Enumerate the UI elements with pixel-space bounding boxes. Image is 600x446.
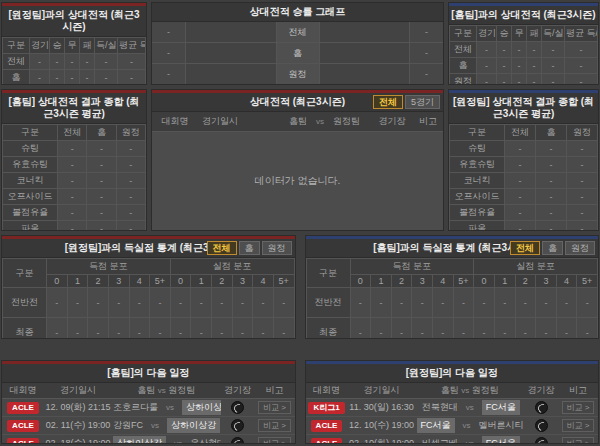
header-row: 대회명 경기일시 홈팀 vs 원정팀 경기장 비고	[2, 383, 295, 399]
stat-cell: -	[191, 318, 212, 340]
table-row: 코너킥---	[3, 173, 146, 189]
h2h-table: 구분 경기 승 무 패 득/실 평균 득/실 전체 - - - - - -	[2, 37, 146, 85]
vs-label: vs	[458, 403, 482, 412]
table-row: 코너킥---	[450, 173, 598, 189]
filter-all-button[interactable]: 전체	[510, 241, 540, 255]
note-cell: 비교 >	[255, 399, 295, 417]
stat-cell: -	[58, 221, 87, 232]
stat-cell: -	[116, 205, 145, 221]
stadium-icon[interactable]	[231, 437, 244, 444]
venue-cell	[221, 417, 255, 435]
stat-cell: -	[512, 58, 527, 74]
filter-away-button[interactable]: 원정	[262, 241, 292, 255]
column-header: 패	[80, 38, 95, 54]
stadium-icon[interactable]	[535, 437, 548, 444]
stat-cell: -	[536, 173, 567, 189]
home-team-name: 조호르다룰	[113, 401, 158, 414]
filter-all-button[interactable]: 전체	[373, 95, 403, 109]
group-header-row: 구분 득점 분포 실점 분포	[3, 259, 295, 275]
filter-home-button[interactable]: 홈	[542, 241, 563, 255]
filter-away-button[interactable]: 원정	[565, 241, 595, 255]
stat-cell: -	[50, 54, 65, 70]
table-row: 슈팅---	[450, 141, 598, 157]
stadium-icon[interactable]	[535, 419, 548, 432]
table-row: 홈 - - - - - -	[450, 58, 598, 74]
stat-cell: -	[391, 318, 412, 340]
filter-all-button[interactable]: 전체	[207, 241, 237, 255]
fixtures-table: 대회명 경기일시 홈팀 vs 원정팀 경기장 비고 ACLE 12. 09(화)…	[2, 383, 295, 444]
group-header-conceded: 실점 분포	[474, 259, 598, 275]
stat-cell: -	[433, 288, 454, 318]
row-label: 전체	[3, 54, 30, 70]
list-header-row: 대회명 경기일시 홈팀 vs 원정팀 경기장 비고	[152, 112, 443, 132]
graph-row: - 전체 -	[152, 22, 443, 43]
column-header: 경기장	[221, 383, 255, 399]
stat-cell: -	[67, 318, 88, 340]
filter-home-button[interactable]: 홈	[239, 241, 260, 255]
column-header: 홈	[87, 125, 116, 141]
highlighted-team: FC서울	[417, 418, 455, 433]
bin-header: 4	[129, 275, 150, 288]
filter-group: 전체 홈 원정	[510, 241, 595, 255]
table-row: 유효슈팅---	[450, 157, 598, 173]
group-header-conceded: 실점 분포	[170, 259, 294, 275]
stat-cell: -	[497, 58, 512, 74]
stat-cell: -	[515, 288, 536, 318]
note-cell: 비교 >	[255, 435, 295, 445]
compare-button[interactable]: 비교 >	[258, 401, 291, 414]
filter-last5-button[interactable]: 5경기	[405, 95, 440, 109]
stat-cell: -	[150, 288, 171, 318]
stat-cell: -	[80, 54, 95, 70]
stat-cell: -	[212, 318, 233, 340]
stat-cell: -	[565, 58, 598, 74]
stat-cell: -	[87, 221, 116, 232]
row-label: 볼점유율	[450, 205, 505, 221]
away-winrate-value: -	[409, 43, 443, 63]
bin-header: 2	[515, 275, 536, 288]
away-winrate-bar	[320, 43, 410, 63]
table-row: 최종 ------ ------	[3, 318, 295, 340]
column-header: 원정팀	[168, 385, 195, 395]
bin-header: 5+	[150, 275, 171, 288]
compare-button[interactable]: 비교 >	[258, 419, 291, 432]
column-header: 홈팀	[289, 115, 307, 128]
compare-button[interactable]: 비교 >	[562, 419, 595, 432]
stat-cell: -	[494, 288, 515, 318]
stat-cell: -	[505, 157, 536, 173]
league-cell: ACLE	[2, 399, 44, 417]
stadium-icon[interactable]	[231, 401, 244, 414]
stat-cell: -	[58, 141, 87, 157]
stat-cell: -	[253, 318, 274, 340]
bin-header: 1	[191, 275, 212, 288]
panel-title: [홈팀]과의 득실점 통계 (최근3시즌)	[373, 242, 530, 253]
stat-cell: -	[116, 157, 145, 173]
bin-header: 0	[350, 275, 371, 288]
away-winrate-bar	[320, 64, 410, 84]
row-label: 코너킥	[3, 173, 58, 189]
table-row: 최종 ------ ------	[306, 318, 598, 340]
row-label: 코너킥	[450, 173, 505, 189]
stadium-icon[interactable]	[231, 419, 244, 432]
fixture-row: ACLE 02. 11(수) 19:00 강원FCvs상하이상강 비교 >	[2, 417, 295, 435]
table-row: 유효슈팅---	[3, 157, 146, 173]
compare-button[interactable]: 비교 >	[562, 437, 595, 444]
compare-button[interactable]: 비교 >	[258, 437, 291, 444]
filter-group: 전체 홈 원정	[207, 241, 292, 255]
page: [원정팀]과의 상대전적 (최근3시즌) 구분 경기 승 무 패 득/실 평균 …	[0, 0, 600, 446]
graph-row-label: 전체	[276, 22, 320, 42]
stadium-icon[interactable]	[535, 401, 548, 414]
datetime-cell: 12. 10(수) 19:00	[348, 417, 416, 435]
panel-title: [홈팀] 상대전적 결과 종합 (최근3시즌 평균)	[2, 93, 146, 124]
panel-title-bar: [원정팀]과의 득실점 통계 (최근3시즌) 전체 홈 원정	[2, 239, 295, 258]
stat-cell: -	[371, 318, 392, 340]
panel-title: 상대전적 (최근3시즌)	[250, 96, 345, 107]
panel-title: [원정팀]의 다음 일정	[306, 364, 599, 383]
summary-table: 구분 전체 홈 원정 슈팅--- 유효슈팅--- 코너킥--- 오프사이드---…	[449, 124, 598, 231]
panel-h2h-vs-awayteam: [원정팀]과의 상대전적 (최근3시즌) 구분 경기 승 무 패 득/실 평균 …	[1, 2, 147, 85]
stat-cell: -	[87, 205, 116, 221]
row-label: 볼점유율	[3, 205, 58, 221]
table-row: 오프사이드---	[3, 189, 146, 205]
compare-button[interactable]: 비교 >	[562, 401, 595, 414]
stat-cell: -	[536, 205, 567, 221]
column-header: 구분	[450, 125, 505, 141]
